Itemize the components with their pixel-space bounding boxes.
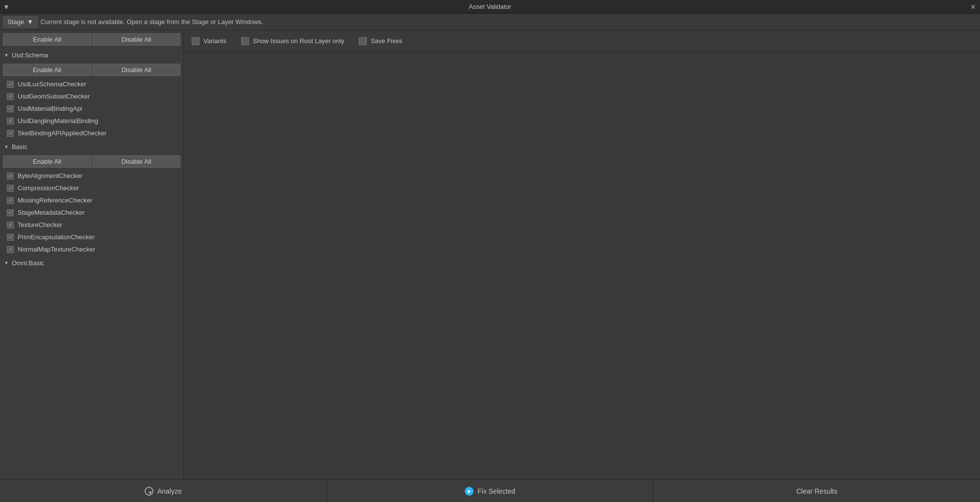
stage-message: Current stage is not available. Open a s… [41, 18, 263, 25]
section-label-usd-schema: Usd:Schema [12, 51, 48, 59]
section-label-basic: Basic [12, 143, 27, 151]
checkers-scroll[interactable]: ▼ Usd:Schema Enable All Disable All UsdL… [0, 49, 183, 479]
section-buttons-usd-schema: Enable All Disable All [0, 62, 183, 78]
checker-label-missing-reference: MissingReferenceChecker [18, 197, 92, 204]
stage-dropdown-label: Stage [7, 18, 24, 25]
checkbox-usd-material-binding[interactable] [7, 105, 14, 112]
section-header-usd-schema[interactable]: ▼ Usd:Schema [0, 49, 183, 62]
checker-missing-reference[interactable]: MissingReferenceChecker [0, 194, 183, 206]
clear-results-label: Clear Results [796, 487, 837, 495]
fix-selected-label: Fix Selected [477, 487, 515, 495]
close-button[interactable]: ✕ [970, 3, 976, 10]
checker-usd-material-binding[interactable]: UsdMaterialBindingApi [0, 102, 183, 115]
checkbox-prim-encapsulation[interactable] [7, 234, 14, 241]
main-area: Enable All Disable All ▼ Usd:Schema Enab… [0, 30, 980, 479]
checkbox-byte-alignment[interactable] [7, 173, 14, 179]
analyze-label: Analyze [157, 487, 182, 495]
usd-schema-enable-all[interactable]: Enable All [3, 64, 91, 76]
checkbox-compression[interactable] [7, 185, 14, 192]
stage-dropdown-arrow: ▼ [27, 18, 33, 25]
option-label-variants: Variants [203, 37, 226, 45]
option-label-show-issues: Show Issues on Root Layer only [253, 37, 344, 45]
option-show-issues[interactable]: Show Issues on Root Layer only [241, 37, 344, 45]
basic-disable-all[interactable]: Disable All [92, 155, 180, 168]
top-buttons: Enable All Disable All [0, 30, 183, 49]
chevron-icon: ▼ [4, 52, 9, 58]
chevron-icon-basic: ▼ [4, 144, 9, 150]
checker-usd-geom-subset[interactable]: UsdGeomSubsetChecker [0, 90, 183, 102]
checker-usd-dangling-material[interactable]: UsdDanglingMaterialBinding [0, 115, 183, 127]
checker-label-usd-dangling-material: UsdDanglingMaterialBinding [18, 117, 98, 125]
disable-all-button[interactable]: Disable All [92, 33, 180, 46]
enable-all-button[interactable]: Enable All [3, 33, 91, 46]
content-area [184, 52, 980, 479]
checker-label-normal-map-texture: NormalMapTextureChecker [18, 246, 95, 253]
checkbox-texture[interactable] [7, 222, 14, 228]
option-save-fixes[interactable]: Save Fixes [359, 37, 402, 45]
checkbox-usd-lux-schema[interactable] [7, 81, 14, 88]
checker-compression[interactable]: CompressionChecker [0, 182, 183, 194]
bottom-bar: Analyze Fix Selected Clear Results [0, 479, 980, 502]
stage-bar: Stage ▼ Current stage is not available. … [0, 14, 980, 30]
section-omni-basic: ▼ Omni:Basic [0, 256, 183, 270]
checker-label-prim-encapsulation: PrimEncapsulationChecker [18, 233, 95, 241]
checker-usd-lux-schema[interactable]: UsdLuxSchemaChecker [0, 78, 183, 90]
chevron-icon-omni-basic: ▼ [4, 260, 9, 266]
checker-normal-map-texture[interactable]: NormalMapTextureChecker [0, 243, 183, 255]
checker-label-skel-binding-api: SkelBindingAPIAppliedChecker [18, 129, 106, 137]
checkbox-variants[interactable] [192, 37, 200, 45]
section-basic: ▼ Basic Enable All Disable All ByteAlign… [0, 140, 183, 255]
right-panel: Variants Show Issues on Root Layer only … [184, 30, 980, 479]
checkbox-usd-geom-subset[interactable] [7, 93, 14, 100]
analyze-icon [145, 487, 153, 496]
section-label-omni-basic: Omni:Basic [12, 259, 44, 267]
checker-texture[interactable]: TextureChecker [0, 219, 183, 231]
checkbox-skel-binding-api[interactable] [7, 130, 14, 137]
left-panel: Enable All Disable All ▼ Usd:Schema Enab… [0, 30, 184, 479]
checkbox-stage-metadata[interactable] [7, 209, 14, 216]
menu-icon[interactable]: ▼ [3, 3, 10, 11]
section-usd-schema: ▼ Usd:Schema Enable All Disable All UsdL… [0, 49, 183, 139]
checker-prim-encapsulation[interactable]: PrimEncapsulationChecker [0, 231, 183, 243]
checkbox-missing-reference[interactable] [7, 197, 14, 204]
title-bar-title: Asset Validator [469, 3, 511, 10]
fix-icon [465, 487, 474, 496]
option-label-save-fixes: Save Fixes [371, 37, 402, 45]
checker-label-usd-geom-subset: UsdGeomSubsetChecker [18, 93, 90, 100]
section-header-basic[interactable]: ▼ Basic [0, 140, 183, 153]
checker-label-byte-alignment: ByteAlignmentChecker [18, 172, 82, 179]
options-bar: Variants Show Issues on Root Layer only … [184, 30, 980, 52]
title-bar: ▼ Asset Validator ✕ [0, 0, 980, 14]
checkbox-normal-map-texture[interactable] [7, 246, 14, 253]
checker-byte-alignment[interactable]: ByteAlignmentChecker [0, 170, 183, 182]
usd-schema-disable-all[interactable]: Disable All [92, 64, 180, 76]
checker-label-stage-metadata: StageMetadataChecker [18, 209, 85, 216]
checkbox-save-fixes[interactable] [359, 37, 367, 45]
checker-stage-metadata[interactable]: StageMetadataChecker [0, 206, 183, 219]
checker-label-texture: TextureChecker [18, 221, 62, 228]
option-variants[interactable]: Variants [192, 37, 226, 45]
fix-selected-button[interactable]: Fix Selected [327, 480, 654, 502]
checkbox-show-issues[interactable] [241, 37, 249, 45]
checker-label-usd-lux-schema: UsdLuxSchemaChecker [18, 80, 86, 88]
checker-skel-binding-api[interactable]: SkelBindingAPIAppliedChecker [0, 127, 183, 139]
stage-dropdown[interactable]: Stage ▼ [3, 16, 38, 28]
clear-results-button[interactable]: Clear Results [653, 480, 980, 502]
checker-label-usd-material-binding: UsdMaterialBindingApi [18, 105, 82, 112]
section-buttons-basic: Enable All Disable All [0, 153, 183, 170]
basic-enable-all[interactable]: Enable All [3, 155, 91, 168]
checkbox-usd-dangling-material[interactable] [7, 118, 14, 125]
checker-label-compression: CompressionChecker [18, 184, 79, 192]
section-header-omni-basic[interactable]: ▼ Omni:Basic [0, 256, 183, 270]
analyze-button[interactable]: Analyze [0, 480, 327, 502]
